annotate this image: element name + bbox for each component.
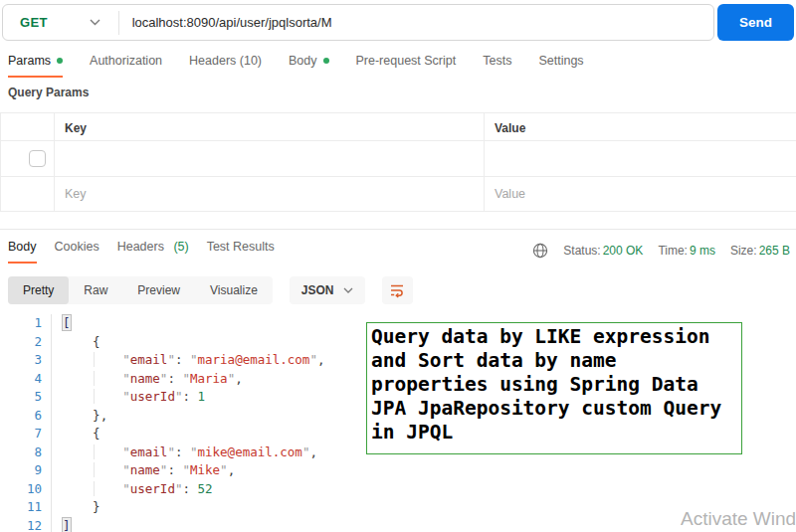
tab-params[interactable]: Params — [8, 54, 63, 78]
request-tabs: ParamsAuthorizationHeaders (10)BodyPre-r… — [8, 54, 796, 78]
tab-headers-10[interactable]: Headers (10) — [189, 54, 262, 78]
method-label: GET — [20, 15, 48, 30]
request-url-bar: GET localhost:8090/api/user/jpqlsorta/M — [2, 4, 714, 41]
line-number: 3 — [0, 351, 51, 370]
line-number: 12 — [0, 517, 51, 532]
response-tab-cookies[interactable]: Cookies — [55, 240, 100, 264]
view-mode-pretty[interactable]: Pretty — [8, 276, 69, 304]
send-button[interactable]: Send — [717, 4, 794, 41]
param-row — [1, 141, 55, 177]
rest-client-window: GET localhost:8090/api/user/jpqlsorta/M … — [0, 4, 796, 532]
line-number: 9 — [0, 461, 51, 480]
response-tab-headers[interactable]: Headers (5) — [117, 240, 189, 264]
key-column-header: Key — [55, 113, 485, 141]
line-number: 6 — [0, 407, 51, 426]
time-badge: Time:9 ms — [658, 244, 715, 258]
query-params-table: Key Value Key Value — [0, 112, 796, 212]
green-dot-indicator — [323, 58, 329, 64]
size-badge: Size:265 B — [730, 244, 790, 258]
line-number: 2 — [0, 333, 51, 352]
code-text: "userId": 1 — [51, 388, 205, 407]
tab-label: Body — [289, 54, 317, 68]
tab-count: (5) — [170, 240, 189, 254]
line-number: 4 — [0, 370, 51, 389]
response-tab-test-results[interactable]: Test Results — [207, 240, 275, 264]
code-text: "email": "mike@email.com", — [51, 443, 317, 462]
tab-authorization[interactable]: Authorization — [90, 54, 162, 78]
line-number: 7 — [0, 425, 51, 443]
green-dot-indicator — [57, 58, 63, 64]
wrap-text-button[interactable] — [382, 276, 413, 304]
code-line: 10 "userId": 52 — [0, 480, 796, 499]
response-toolbar: PrettyRawPreviewVisualize JSON — [8, 276, 796, 304]
annotation-box: Query data by LIKE expression and Sort d… — [366, 322, 742, 454]
code-text: [ — [51, 314, 71, 333]
code-text: { — [51, 333, 100, 352]
tab-label: Settings — [538, 54, 583, 68]
param-value-cell[interactable] — [485, 141, 796, 177]
request-url-row: GET localhost:8090/api/user/jpqlsorta/M … — [2, 4, 794, 41]
code-text: { — [51, 425, 100, 443]
code-line: 12] — [0, 517, 796, 532]
row-checkbox[interactable] — [29, 150, 46, 167]
code-text: "name": "Mike", — [51, 461, 235, 480]
param-key-cell[interactable] — [55, 141, 485, 177]
line-number: 1 — [0, 314, 51, 333]
method-selector[interactable]: GET — [3, 15, 114, 30]
chevron-down-icon — [343, 287, 353, 293]
line-number: 11 — [0, 498, 51, 517]
code-text: }, — [51, 407, 107, 426]
new-param-row — [1, 177, 55, 211]
section-divider — [0, 229, 796, 230]
view-mode-raw[interactable]: Raw — [69, 276, 122, 304]
line-number: 10 — [0, 480, 51, 499]
format-label: JSON — [301, 283, 334, 297]
tab-pre-request-script[interactable]: Pre-request Script — [356, 54, 457, 78]
response-tabs: BodyCookiesHeaders (5)Test Results — [8, 240, 275, 264]
value-column-header: Value — [485, 113, 796, 141]
tab-label: Params — [8, 54, 51, 68]
code-text: "email": "maria@email.com", — [51, 351, 324, 370]
tab-label: Test Results — [207, 240, 275, 254]
tab-label: Body — [8, 240, 37, 254]
tab-label: Tests — [483, 54, 511, 68]
tab-settings[interactable]: Settings — [538, 54, 583, 78]
tab-label: Headers — [117, 240, 164, 254]
chevron-down-icon — [90, 19, 100, 26]
code-line: 11 } — [0, 498, 796, 517]
format-dropdown[interactable]: JSON — [290, 276, 365, 304]
tab-label: Cookies — [55, 240, 100, 254]
view-mode-visualize[interactable]: Visualize — [195, 276, 273, 304]
globe-icon[interactable] — [532, 243, 548, 259]
activate-windows-watermark: Activate Wind — [681, 508, 796, 530]
view-mode-switcher: PrettyRawPreviewVisualize — [8, 276, 273, 304]
new-param-key-input[interactable]: Key — [55, 177, 485, 211]
tab-label: Authorization — [90, 54, 162, 68]
new-param-value-input[interactable]: Value — [485, 177, 796, 211]
wrap-text-icon — [389, 282, 405, 298]
tab-body[interactable]: Body — [289, 54, 329, 78]
status-badge: Status:200 OK — [563, 244, 643, 258]
code-text: "userId": 52 — [51, 480, 213, 499]
view-mode-preview[interactable]: Preview — [122, 276, 195, 304]
line-number: 5 — [0, 388, 51, 407]
url-input[interactable]: localhost:8090/api/user/jpqlsorta/M — [119, 15, 332, 30]
code-text: ] — [51, 517, 71, 532]
response-status: Status:200 OK Time:9 ms Size:265 B — [532, 240, 790, 259]
tab-label: Headers (10) — [189, 54, 262, 68]
tab-label: Pre-request Script — [356, 54, 457, 68]
code-line: 9 "name": "Mike", — [0, 461, 796, 480]
checkbox-column-header — [1, 113, 55, 141]
response-tab-body[interactable]: Body — [8, 240, 37, 264]
query-params-title: Query Params — [8, 86, 796, 99]
tab-tests[interactable]: Tests — [483, 54, 511, 78]
line-number: 8 — [0, 443, 51, 462]
code-text: } — [51, 498, 100, 517]
response-header: BodyCookiesHeaders (5)Test Results Statu… — [8, 240, 790, 264]
code-text: "name": "Maria", — [51, 370, 243, 389]
